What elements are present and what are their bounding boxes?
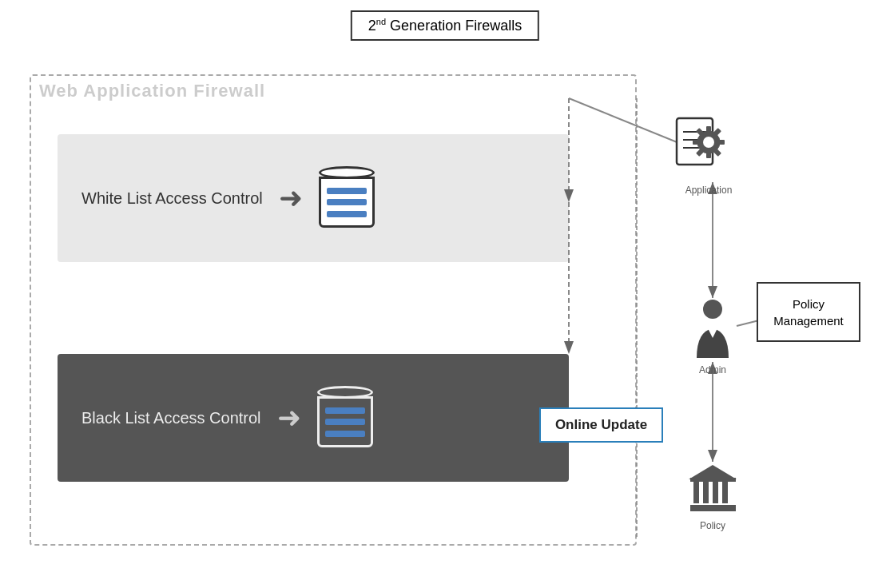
db-row-2 (327, 199, 367, 205)
person-label: Admin (685, 364, 741, 375)
svg-rect-17 (703, 481, 709, 503)
svg-rect-16 (693, 481, 699, 503)
blacklist-box: Black List Access Control ➜ (58, 354, 569, 482)
svg-point-5 (703, 137, 714, 148)
online-update-box: Online Update (539, 407, 663, 443)
gear-icon-area: Application (669, 114, 749, 196)
svg-rect-18 (713, 481, 718, 503)
db-body-white (319, 177, 375, 228)
policy-management-label: PolicyManagement (773, 296, 844, 329)
gear-document-icon (673, 114, 745, 178)
svg-rect-20 (690, 505, 736, 511)
whitelist-box: White List Access Control ➜ (58, 134, 569, 262)
title-superscript: nd (376, 17, 386, 26)
svg-rect-8 (718, 140, 725, 145)
person-icon-area: Admin (685, 298, 741, 375)
bank-icon-area: Policy (685, 462, 741, 531)
svg-rect-19 (722, 481, 728, 503)
svg-rect-9 (693, 140, 699, 145)
bank-icon (687, 462, 739, 514)
whitelist-arrow: ➜ (279, 181, 303, 215)
whitelist-db-icon (319, 166, 375, 230)
db-row-1 (327, 188, 367, 194)
title-number: 2 (368, 18, 376, 34)
blacklist-db-icon (317, 386, 373, 450)
svg-marker-34 (708, 450, 717, 462)
svg-marker-29 (708, 286, 717, 298)
blacklist-arrow: ➜ (277, 401, 301, 435)
bank-label: Policy (685, 520, 741, 531)
svg-marker-15 (689, 465, 737, 479)
svg-rect-7 (706, 152, 711, 158)
gear-label: Application (669, 185, 749, 196)
blacklist-label: Black List Access Control (81, 409, 261, 427)
diagram-title: 2nd Generation Firewalls (351, 10, 539, 41)
online-update-label: Online Update (555, 417, 647, 433)
db-row-bl-2 (325, 419, 365, 425)
watermark-text: Web Application Firewall (39, 81, 265, 101)
svg-rect-6 (706, 126, 711, 133)
svg-point-14 (703, 300, 722, 319)
diagram-wrapper: 2nd Generation Firewalls Web Application… (14, 10, 876, 578)
title-main: Generation Firewalls (390, 18, 522, 34)
person-icon (689, 298, 737, 358)
db-body-black (317, 396, 373, 447)
whitelist-label: White List Access Control (81, 189, 263, 208)
db-row-bl-1 (325, 407, 365, 414)
policy-management-box: PolicyManagement (757, 282, 860, 342)
svg-rect-21 (690, 478, 736, 482)
db-row-bl-3 (325, 431, 365, 437)
db-row-3 (327, 211, 367, 217)
